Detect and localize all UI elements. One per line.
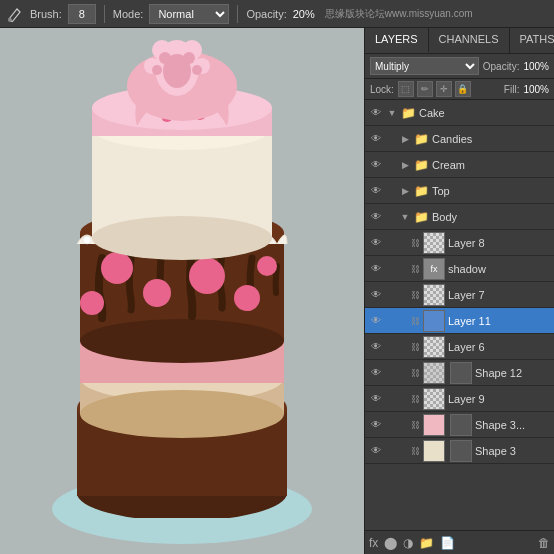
expand-arrow[interactable]: ▼ [400,209,410,225]
eye-icon[interactable]: 👁 [368,391,384,407]
svg-point-30 [92,216,272,260]
eye-icon[interactable]: 👁 [368,339,384,355]
layer-thumb: fx [423,258,445,280]
layer-name: Layer 11 [448,315,551,327]
main-area: LAYERS CHANNELS PATHS Multiply Normal Sc… [0,28,554,554]
opacity-value: 20% [293,8,315,20]
svg-point-48 [192,65,202,75]
cake-canvas [0,28,364,554]
layer-item-cake[interactable]: 👁 ▼ 📁 Cake [365,100,554,126]
chain-icon: ⛓ [410,365,420,381]
lock-position-icon[interactable]: ✛ [436,81,452,97]
layer-name: Layer 8 [448,237,551,249]
lock-brush-icon[interactable]: ✏ [417,81,433,97]
eye-icon[interactable]: 👁 [368,209,384,225]
cake-image [52,38,312,518]
fill-label: Fill: [504,84,520,95]
folder-icon: 📁 [413,131,429,147]
opacity-label: Opacity: [483,61,520,72]
lock-label: Lock: [370,84,394,95]
svg-point-12 [101,252,133,284]
layer-item-layer8[interactable]: 👁 ⛓ Layer 8 [365,230,554,256]
layer-thumb [423,362,445,384]
layer-thumb [423,232,445,254]
layer-item-layer6[interactable]: 👁 ⛓ Layer 6 [365,334,554,360]
chain-icon: ⛓ [410,313,420,329]
mode-select[interactable]: Normal [149,4,229,24]
eye-icon[interactable]: 👁 [368,287,384,303]
mode-label: Mode: [113,8,144,20]
chain-icon: ⛓ [410,339,420,355]
eye-icon[interactable]: 👁 [368,183,384,199]
blend-mode-row: Multiply Normal Screen Opacity: 100% [365,54,554,79]
lock-transparent-icon[interactable]: ⬚ [398,81,414,97]
layer-item-layer7[interactable]: 👁 ⛓ Layer 7 [365,282,554,308]
layer-mask [450,362,472,384]
layer-item-shape3[interactable]: 👁 ⛓ Shape 3 [365,438,554,464]
layer-name: Cake [419,107,551,119]
layer-item-cream[interactable]: 👁 ▶ 📁 Cream [365,152,554,178]
layer-name: Shape 3... [475,419,551,431]
layer-item-shadow[interactable]: 👁 ⛓ fx shadow [365,256,554,282]
layer-name: Cream [432,159,551,171]
layer-item-layer9[interactable]: 👁 ⛓ Layer 9 [365,386,554,412]
svg-point-6 [80,390,284,438]
lock-icons: ⬚ ✏ ✛ 🔒 [398,81,471,97]
layer-name: Shape 3 [475,445,551,457]
expand-arrow[interactable]: ▶ [400,183,410,199]
layer-item-shape3b[interactable]: 👁 ⛓ Shape 3... [365,412,554,438]
brush-label: Brush: [30,8,62,20]
adjustment-icon[interactable]: ⬤ [384,536,397,550]
separator2 [237,5,238,23]
fx-button[interactable]: fx [369,536,378,550]
eye-icon[interactable]: 👁 [368,131,384,147]
layer-item-candies[interactable]: 👁 ▶ 📁 Candies [365,126,554,152]
tab-layers[interactable]: LAYERS [365,28,429,53]
blend-mode-select[interactable]: Multiply Normal Screen [370,57,479,75]
new-layer-icon[interactable]: 📄 [440,536,455,550]
brush-tool-icon [6,5,24,23]
eye-icon[interactable]: 👁 [368,313,384,329]
layer-thumb [423,440,445,462]
layer-name: Layer 6 [448,341,551,353]
canvas-area[interactable] [0,28,364,554]
toolbar: Brush: Mode: Normal Opacity: 20% 思缘版块论坛w… [0,0,554,28]
chain-icon: ⛓ [410,417,420,433]
tab-paths[interactable]: PATHS [510,28,555,53]
eye-icon[interactable]: 👁 [368,365,384,381]
watermark-text: 思缘版块论坛www.missyuan.com [325,7,473,21]
expand-arrow[interactable]: ▶ [400,131,410,147]
chain-icon: ⛓ [410,443,420,459]
layer-thumb [423,336,445,358]
folder-icon: 📁 [413,209,429,225]
eye-icon[interactable]: 👁 [368,261,384,277]
chain-icon: ⛓ [410,287,420,303]
brush-size-input[interactable] [68,4,96,24]
tab-channels[interactable]: CHANNELS [429,28,510,53]
eye-icon[interactable]: 👁 [368,417,384,433]
svg-point-15 [234,285,260,311]
svg-point-45 [159,52,171,64]
mask-icon[interactable]: ◑ [403,536,413,550]
layer-item-body[interactable]: 👁 ▼ 📁 Body [365,204,554,230]
eye-icon[interactable]: 👁 [368,235,384,251]
expand-arrow[interactable]: ▼ [387,105,397,121]
eye-icon[interactable]: 👁 [368,443,384,459]
panel-bottom: fx ⬤ ◑ 📁 📄 🗑 [365,530,554,554]
layer-name: Candies [432,133,551,145]
expand-arrow[interactable]: ▶ [400,157,410,173]
svg-point-16 [257,256,277,276]
opacity-value: 100% [523,61,549,72]
layer-item-shape12[interactable]: 👁 ⛓ Shape 12 [365,360,554,386]
eye-icon[interactable]: 👁 [368,157,384,173]
eye-icon[interactable]: 👁 [368,105,384,121]
svg-point-11 [80,319,284,363]
new-group-icon[interactable]: 📁 [419,536,434,550]
layer-name: shadow [448,263,551,275]
delete-layer-icon[interactable]: 🗑 [538,536,550,550]
layer-name: Layer 7 [448,289,551,301]
layer-item-top[interactable]: 👁 ▶ 📁 Top [365,178,554,204]
lock-all-icon[interactable]: 🔒 [455,81,471,97]
layer-item-layer11[interactable]: 👁 ⛓ Layer 11 [365,308,554,334]
svg-point-46 [183,52,195,64]
